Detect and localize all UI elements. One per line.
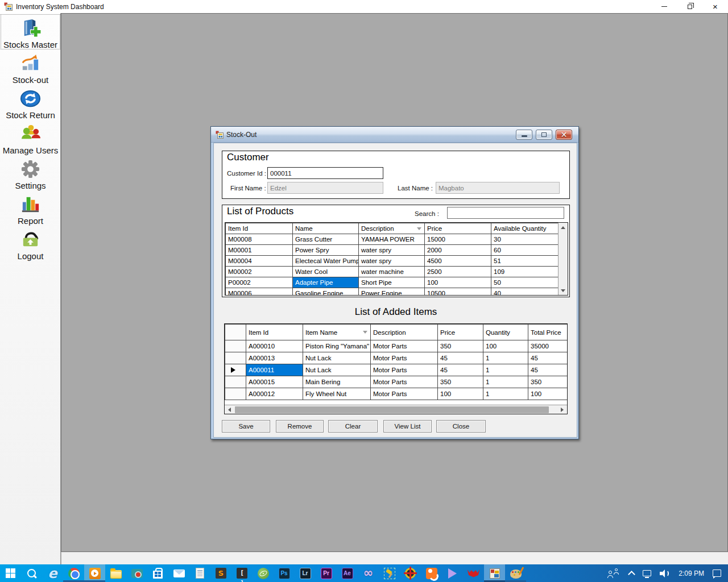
- after-effects-icon[interactable]: Ae: [337, 564, 358, 582]
- sidebar-item-report[interactable]: Report: [1, 190, 60, 226]
- cell[interactable]: 50: [491, 277, 559, 288]
- cell[interactable]: 2000: [425, 245, 491, 256]
- store-icon[interactable]: [147, 564, 168, 582]
- cell[interactable]: A000010: [246, 340, 303, 352]
- cell[interactable]: 350: [438, 340, 483, 352]
- cell[interactable]: 109: [491, 267, 559, 277]
- column-header[interactable]: Price: [425, 223, 491, 234]
- cell[interactable]: 45: [438, 364, 483, 376]
- atom-icon[interactable]: [253, 564, 274, 582]
- close-button[interactable]: ×: [702, 0, 728, 13]
- row-header[interactable]: [225, 340, 246, 352]
- cell[interactable]: 1: [483, 364, 528, 376]
- cell[interactable]: M00002: [226, 267, 293, 277]
- scroll-left-icon[interactable]: [225, 405, 234, 414]
- products-vertical-scrollbar[interactable]: [558, 223, 568, 295]
- column-header[interactable]: Item Id: [246, 325, 303, 340]
- scroll-right-icon[interactable]: [557, 405, 567, 414]
- scroll-down-icon[interactable]: [559, 286, 568, 295]
- cell[interactable]: Short Pipe: [359, 277, 425, 288]
- view-list-button[interactable]: View List: [383, 420, 432, 433]
- minimize-button[interactable]: [651, 0, 677, 13]
- cell[interactable]: Motor Parts: [371, 340, 438, 352]
- sidebar-item-stock-return[interactable]: Stock Return: [1, 85, 60, 120]
- cell[interactable]: water spry: [359, 256, 425, 267]
- cell[interactable]: 10500: [425, 288, 491, 296]
- cell[interactable]: 100: [483, 340, 528, 352]
- file-explorer-icon[interactable]: [105, 564, 126, 582]
- search-icon[interactable]: [21, 564, 42, 582]
- cell[interactable]: Electecal Water Pump: [293, 256, 359, 267]
- repair-tool-icon[interactable]: [379, 564, 400, 582]
- dialog-minimize-button[interactable]: [516, 130, 532, 140]
- cell[interactable]: Water Cool: [293, 267, 359, 277]
- column-header[interactable]: Description: [359, 223, 425, 234]
- restore-button[interactable]: [677, 0, 702, 13]
- cell[interactable]: Power Engine: [359, 288, 425, 296]
- sidebar-item-stock-out[interactable]: Stock-out: [1, 49, 60, 85]
- cell[interactable]: 1: [483, 376, 528, 388]
- row-header-corner[interactable]: [225, 325, 246, 340]
- column-header[interactable]: Description: [371, 325, 438, 340]
- cell[interactable]: 350: [528, 376, 568, 388]
- save-button[interactable]: Save: [222, 420, 270, 433]
- cell[interactable]: 15000: [425, 234, 491, 245]
- people-icon[interactable]: [608, 568, 621, 579]
- cell[interactable]: A000015: [246, 376, 303, 388]
- column-header[interactable]: Name: [293, 223, 359, 234]
- cell[interactable]: 45: [528, 352, 568, 364]
- cell[interactable]: 51: [491, 256, 559, 267]
- column-header[interactable]: Quantity: [483, 325, 528, 340]
- network-icon[interactable]: [643, 570, 651, 576]
- row-header[interactable]: [225, 388, 246, 400]
- cell[interactable]: Motor Parts: [371, 376, 438, 388]
- sidebar-item-settings[interactable]: Settings: [1, 155, 60, 190]
- cell[interactable]: Gasoline Engine: [293, 288, 359, 296]
- mail-icon[interactable]: [168, 564, 189, 582]
- inventory-app-icon[interactable]: [484, 564, 505, 582]
- sublime-text-icon[interactable]: [210, 564, 231, 582]
- cell[interactable]: 45: [438, 352, 483, 364]
- cell[interactable]: Power Spry: [293, 245, 359, 256]
- sidebar-item-logout[interactable]: Logout: [1, 226, 60, 261]
- visual-studio-icon[interactable]: [358, 564, 379, 582]
- cell[interactable]: 100: [425, 277, 491, 288]
- cell[interactable]: M00006: [226, 288, 293, 296]
- column-header[interactable]: Item Name: [303, 325, 371, 340]
- cell[interactable]: M00008: [226, 234, 293, 245]
- cell[interactable]: water spry: [359, 245, 425, 256]
- volume-icon[interactable]: [660, 569, 670, 577]
- scrollbar-thumb[interactable]: [235, 406, 549, 413]
- media-player-icon[interactable]: [84, 564, 105, 582]
- row-header[interactable]: [225, 364, 246, 376]
- cell[interactable]: 30: [491, 234, 559, 245]
- cell[interactable]: A000013: [246, 352, 303, 364]
- brackets-icon[interactable]: [231, 564, 253, 582]
- cell[interactable]: M00004: [226, 256, 293, 267]
- remove-button[interactable]: Remove: [276, 420, 324, 433]
- chevron-up-icon[interactable]: [628, 571, 635, 578]
- cell[interactable]: Adapter Pipe: [293, 277, 359, 288]
- row-header[interactable]: [225, 352, 246, 364]
- chrome-icon[interactable]: [63, 564, 84, 582]
- bat-icon[interactable]: [463, 564, 484, 582]
- action-center-icon[interactable]: [713, 569, 721, 577]
- cell[interactable]: M00001: [226, 245, 293, 256]
- search-input[interactable]: [447, 207, 564, 219]
- dialog-maximize-button[interactable]: [536, 130, 552, 140]
- cell[interactable]: 60: [491, 245, 559, 256]
- start-icon[interactable]: [0, 564, 21, 582]
- cell[interactable]: Motor Parts: [371, 388, 438, 400]
- column-header[interactable]: Available Quantity: [491, 223, 559, 234]
- cell[interactable]: 1: [483, 352, 528, 364]
- xampp-icon[interactable]: [421, 564, 442, 582]
- cell[interactable]: Motor Parts: [371, 364, 438, 376]
- row-header[interactable]: [225, 376, 246, 388]
- edge-icon[interactable]: [42, 564, 63, 582]
- cell[interactable]: 35000: [528, 340, 568, 352]
- column-header[interactable]: Price: [438, 325, 483, 340]
- cell[interactable]: Motor Parts: [371, 352, 438, 364]
- screen-recorder-icon[interactable]: [126, 564, 147, 582]
- cell[interactable]: 2500: [425, 267, 491, 277]
- cell[interactable]: 350: [438, 376, 483, 388]
